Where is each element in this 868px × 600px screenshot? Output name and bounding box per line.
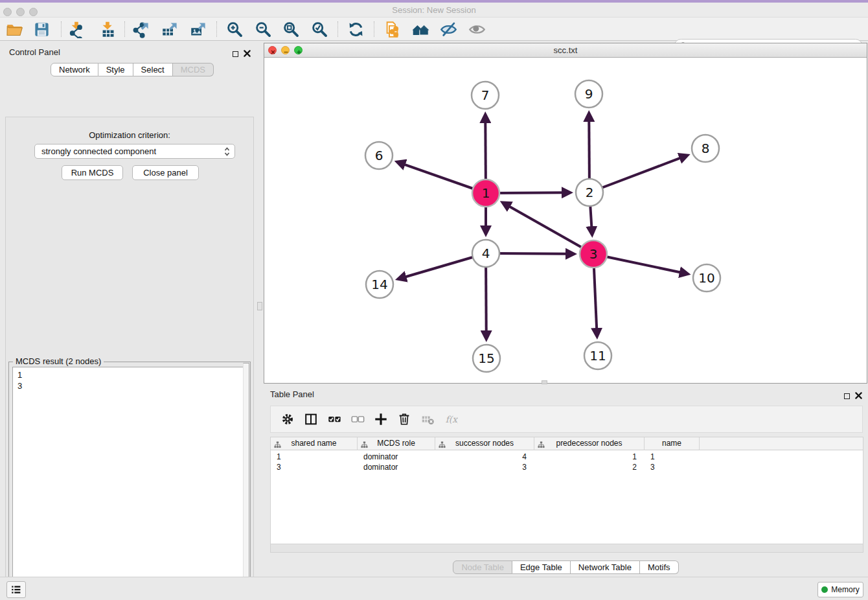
mcds-result-scrollbar[interactable] [243, 363, 249, 600]
svg-text:9: 9 [585, 86, 593, 102]
graph-node-10[interactable]: 10 [693, 264, 720, 292]
shared-column-icon [538, 440, 545, 452]
graph-node-3[interactable]: 3 [580, 240, 607, 268]
network-view-window: scc.txt 7968124314101511 [264, 43, 867, 384]
table-cell[interactable]: 3 [271, 462, 358, 472]
table-cell[interactable]: 3 [435, 462, 534, 472]
shared-column-icon [439, 440, 446, 452]
graph-node-15[interactable]: 15 [473, 345, 500, 372]
network-overview-icon[interactable] [383, 20, 401, 38]
tab-network[interactable]: Network [51, 63, 98, 76]
table-cell[interactable]: 2 [534, 462, 645, 472]
task-list-icon [10, 584, 22, 595]
hide-graphics-details-icon[interactable] [439, 20, 457, 38]
zoom-out-icon[interactable] [254, 20, 272, 38]
tab-select[interactable]: Select [133, 63, 173, 76]
graph-node-14[interactable]: 14 [366, 271, 393, 298]
select-value: strongly connected component [41, 146, 156, 156]
tab-network-table[interactable]: Network Table [571, 560, 640, 574]
table-tabbar: Node TableEdge TableNetwork TableMotifs [264, 560, 868, 574]
gear-icon[interactable] [276, 408, 299, 430]
tab-motifs[interactable]: Motifs [640, 560, 679, 574]
graph-edge-2-8[interactable] [589, 158, 681, 192]
graph-node-4[interactable]: 4 [472, 240, 499, 267]
graph-node-8[interactable]: 8 [692, 135, 719, 162]
float-panel-icon[interactable] [233, 51, 238, 57]
table-panel: Table Panel f(x) shared nameMCDS rolesuc… [264, 386, 868, 577]
table-cell[interactable]: 1 [645, 452, 700, 462]
column-header-predecessor-nodes[interactable]: predecessor nodes [534, 437, 645, 450]
column-header-MCDS-role[interactable]: MCDS role [358, 437, 435, 450]
zoom-fit-icon[interactable] [282, 20, 300, 38]
table-cell[interactable]: 3 [645, 462, 700, 472]
graph-node-7[interactable]: 7 [472, 82, 499, 109]
svg-text:15: 15 [478, 351, 494, 366]
select-chevrons-icon [224, 146, 230, 161]
network-canvas[interactable]: 7968124314101511 [264, 58, 867, 383]
run-mcds-button[interactable]: Run MCDS [62, 165, 123, 180]
column-label: successor nodes [455, 439, 514, 448]
graph-edge-3-1[interactable] [509, 206, 593, 254]
mcds-result-text[interactable]: 13 [12, 367, 246, 600]
network-graph[interactable]: 7968124314101511 [264, 58, 867, 383]
mcds-panel-body: Optimization criterion: strongly connect… [5, 117, 254, 600]
table-cell[interactable]: 1 [271, 452, 358, 462]
tab-mcds[interactable]: MCDS [173, 63, 214, 76]
table-cell[interactable]: 4 [435, 452, 534, 462]
optimization-criterion-select[interactable]: strongly connected component [34, 144, 235, 159]
graph-node-11[interactable]: 11 [584, 342, 611, 369]
control-panel: Control Panel NetworkStyleSelectMCDS Opt… [0, 41, 259, 577]
graph-node-2[interactable]: 2 [576, 179, 603, 206]
select-all-checks-icon[interactable] [323, 408, 346, 430]
export-table-icon[interactable] [161, 20, 179, 38]
refresh-icon[interactable] [347, 20, 365, 38]
save-session-icon[interactable] [32, 20, 51, 38]
columns-icon[interactable] [299, 408, 323, 430]
delete-icon[interactable] [393, 408, 416, 430]
mcds-result-line: 1 [17, 369, 246, 380]
export-network-icon[interactable] [132, 20, 150, 38]
column-header-successor-nodes[interactable]: successor nodes [435, 437, 534, 450]
svg-text:4: 4 [482, 246, 490, 261]
toolbar-separator [374, 21, 374, 37]
zoom-in-icon[interactable] [225, 20, 244, 38]
table-hscrollbar[interactable] [270, 544, 863, 553]
close-panel-button[interactable]: Close panel [132, 165, 199, 180]
shared-column-icon [361, 440, 368, 452]
column-header-shared-name[interactable]: shared name [271, 437, 358, 450]
node-table: shared nameMCDS rolesuccessor nodesprede… [270, 437, 863, 544]
graph-node-9[interactable]: 9 [575, 80, 602, 108]
svg-text:2: 2 [586, 185, 594, 200]
memory-button[interactable]: Memory [817, 582, 863, 597]
import-network-icon[interactable] [67, 20, 86, 38]
close-panel-icon[interactable] [244, 48, 251, 60]
clear-checks-icon[interactable] [346, 408, 369, 430]
vertical-splitter-grip[interactable] [257, 302, 262, 310]
show-graphics-details-icon[interactable] [468, 20, 486, 38]
table-cell[interactable]: dominator [358, 462, 435, 472]
table-cell[interactable]: 1 [534, 452, 645, 462]
export-image-icon[interactable] [189, 20, 207, 38]
open-session-icon[interactable] [5, 20, 23, 38]
home-icon[interactable] [411, 20, 429, 38]
add-icon[interactable] [369, 408, 393, 430]
table-float-panel-icon[interactable] [844, 393, 850, 399]
task-history-button[interactable] [6, 581, 26, 598]
tab-node-table[interactable]: Node Table [453, 560, 512, 574]
tab-edge-table[interactable]: Edge Table [512, 560, 571, 574]
table-cell[interactable]: dominator [358, 452, 435, 462]
app-titlebar: Session: New Session [0, 3, 868, 17]
shared-column-icon [274, 440, 281, 452]
toolbar-separator [216, 21, 217, 37]
column-header-name[interactable]: name [645, 437, 700, 450]
column-label: name [662, 439, 681, 448]
import-table-icon[interactable] [98, 20, 117, 38]
horizontal-splitter-grip[interactable] [542, 380, 547, 384]
application-window: Session: New Session Control Panel Netwo… [0, 0, 868, 600]
zoom-selected-icon[interactable] [310, 20, 328, 38]
network-window-titlebar[interactable]: scc.txt [264, 43, 867, 58]
tab-style[interactable]: Style [98, 63, 133, 76]
table-close-panel-icon[interactable] [855, 390, 862, 402]
graph-node-1[interactable]: 1 [472, 179, 499, 207]
graph-node-6[interactable]: 6 [365, 142, 393, 169]
